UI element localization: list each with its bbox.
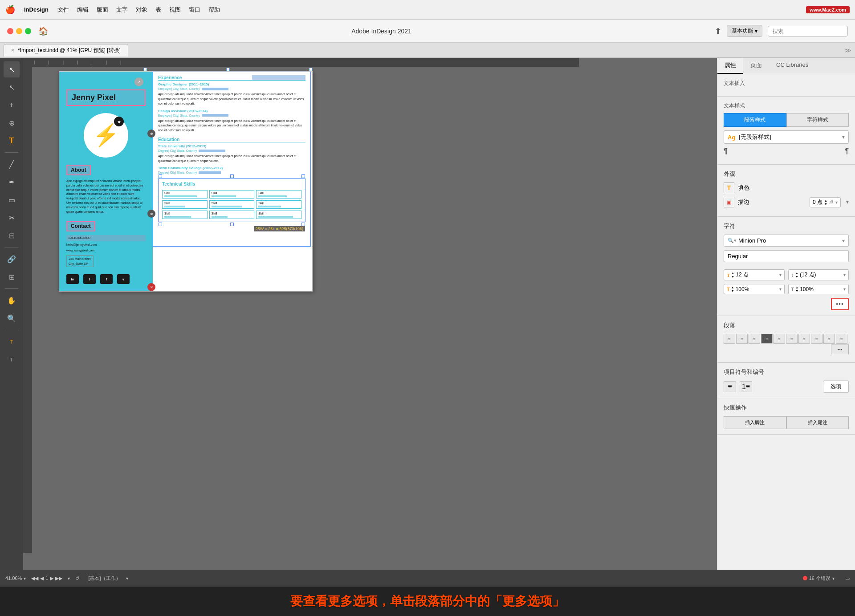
facebook-icon[interactable]: f bbox=[100, 274, 113, 284]
menu-table[interactable]: 表 bbox=[155, 6, 161, 14]
canvas-area[interactable]: | ||| ||| ↗ Jenny Pixel bbox=[23, 58, 717, 570]
links-tool[interactable]: 🔗 bbox=[4, 251, 20, 267]
bullet-list-button[interactable]: ≡ bbox=[724, 381, 736, 392]
share-icon[interactable]: ⬆ bbox=[715, 26, 721, 36]
frame-tool[interactable]: + bbox=[4, 97, 20, 113]
insert-footnote-button[interactable]: 插入脚注 bbox=[724, 416, 786, 429]
menu-file[interactable]: 文件 bbox=[57, 6, 69, 14]
stroke-fill-swap[interactable]: T bbox=[4, 352, 20, 368]
align-toward-spine[interactable]: ≡ bbox=[811, 334, 822, 344]
handle-bc-s[interactable] bbox=[230, 223, 234, 226]
handle-tr[interactable] bbox=[309, 68, 313, 71]
numbered-list-button[interactable]: 1≡ bbox=[740, 381, 752, 392]
align-justify-right[interactable]: ≡ bbox=[786, 334, 798, 344]
search-input[interactable] bbox=[768, 26, 848, 36]
window-close-button[interactable] bbox=[7, 28, 13, 34]
stroke-up[interactable]: ▲ bbox=[824, 199, 827, 202]
last-page-btn[interactable]: ▶▶ bbox=[55, 575, 62, 581]
thread-mid-icon[interactable]: ⊕ bbox=[147, 130, 155, 138]
v-scale-down[interactable]: ▼ bbox=[795, 289, 798, 292]
stroke-dropdown-icon[interactable]: ▾ bbox=[835, 200, 838, 205]
twitter-icon[interactable]: t bbox=[83, 274, 96, 284]
stroke-icon[interactable]: ▣ bbox=[724, 197, 734, 207]
direct-select-tool[interactable]: ↖ bbox=[4, 79, 20, 95]
h-scale-up[interactable]: ▲ bbox=[731, 286, 734, 289]
tab-cc-libraries[interactable]: CC Libraries bbox=[769, 58, 815, 74]
home-icon[interactable]: 🏠 bbox=[38, 26, 48, 36]
stroke-more-arrow[interactable]: ▾ bbox=[846, 199, 849, 205]
font-style-select[interactable]: Regular bbox=[724, 250, 849, 262]
thread-lower-icon[interactable]: ⊕ bbox=[147, 210, 155, 218]
handle-bl-s[interactable] bbox=[159, 223, 162, 226]
mode-dropdown-icon[interactable]: ▾ bbox=[126, 576, 128, 581]
para-style-button[interactable]: 段落样式 bbox=[724, 113, 786, 127]
tab-expand-icon[interactable]: ≫ bbox=[845, 47, 851, 54]
handle-tc[interactable] bbox=[226, 68, 230, 71]
leading-dropdown[interactable]: ▾ bbox=[843, 272, 846, 277]
pen-tool[interactable]: ✒ bbox=[4, 174, 20, 190]
vimeo-icon[interactable]: v bbox=[117, 274, 130, 284]
document-tab[interactable]: × *Import_text.indd @ 41% [GPU 预览] [转换] bbox=[4, 44, 128, 57]
align-justify-all[interactable]: ≡ bbox=[836, 334, 847, 344]
fill-icon[interactable]: T bbox=[724, 182, 734, 193]
leading-up[interactable]: ▲ bbox=[795, 272, 798, 275]
zoom-dropdown-icon[interactable]: ▾ bbox=[24, 576, 26, 581]
menu-edit[interactable]: 编辑 bbox=[77, 6, 89, 14]
window-minimize-button[interactable] bbox=[16, 28, 22, 34]
menu-object[interactable]: 对象 bbox=[136, 6, 147, 14]
handle-tl-s[interactable] bbox=[159, 174, 162, 178]
prev-page-btn[interactable]: ◀ bbox=[40, 575, 44, 581]
h-scale-dropdown[interactable]: ▾ bbox=[779, 287, 782, 292]
align-right[interactable]: ≡ bbox=[749, 334, 760, 344]
para-more-btn[interactable]: ••• bbox=[831, 344, 849, 354]
stroke-value-box[interactable]: 0 点 ▲ ▼ 点 ▾ bbox=[810, 197, 841, 207]
handle-br-s[interactable] bbox=[301, 223, 305, 226]
h-scale-down[interactable]: ▼ bbox=[731, 289, 734, 292]
v-scale-up[interactable]: ▲ bbox=[795, 286, 798, 289]
leading-down[interactable]: ▼ bbox=[795, 275, 798, 278]
font-size-down[interactable]: ▼ bbox=[731, 275, 734, 278]
menu-window[interactable]: 窗口 bbox=[189, 6, 200, 14]
text-tool[interactable]: T bbox=[4, 133, 20, 149]
thread-in-icon[interactable]: ↗ bbox=[134, 77, 143, 86]
font-name-select[interactable]: 🔍 ▾ Minion Pro ▾ bbox=[724, 235, 849, 247]
thread-bottom-icon[interactable]: ✕ bbox=[147, 283, 155, 291]
char-style-button[interactable]: 字符样式 bbox=[786, 113, 849, 127]
paragraph-icon[interactable]: ¶ bbox=[845, 147, 849, 155]
menu-help[interactable]: 帮助 bbox=[208, 6, 220, 14]
workspace-dropdown[interactable]: 基本功能 ▾ bbox=[727, 25, 762, 37]
handle-tl[interactable] bbox=[143, 68, 147, 71]
insert-endnote-button[interactable]: 插入尾注 bbox=[786, 416, 849, 429]
align-justify-center[interactable]: ≡ bbox=[798, 334, 810, 344]
align-justify[interactable]: ≡ bbox=[761, 334, 773, 344]
tab-properties[interactable]: 属性 bbox=[717, 58, 743, 74]
menu-view[interactable]: 视图 bbox=[169, 6, 181, 14]
style-select-dropdown[interactable]: Ag [无段落样式] ▾ bbox=[724, 130, 849, 144]
align-away-spine[interactable]: ≡ bbox=[823, 334, 835, 344]
rotation-icon[interactable]: ↺ bbox=[75, 575, 79, 581]
linkedin-icon[interactable]: in bbox=[66, 274, 79, 284]
scissors-tool[interactable]: ✂ bbox=[4, 210, 20, 226]
tab-close-icon[interactable]: × bbox=[11, 47, 14, 53]
menu-text[interactable]: 文字 bbox=[116, 6, 128, 14]
zoom-tool[interactable]: 🔍 bbox=[4, 310, 20, 326]
select-tool[interactable]: ↖ bbox=[4, 61, 20, 77]
pilcrow-icon[interactable]: ¶ bbox=[724, 147, 728, 155]
page-dropdown-icon[interactable]: ▾ bbox=[68, 576, 70, 581]
table-tool[interactable]: ⊞ bbox=[4, 269, 20, 285]
v-scale-dropdown[interactable]: ▾ bbox=[843, 287, 846, 292]
next-page-btn[interactable]: ▶ bbox=[50, 575, 53, 581]
align-left[interactable]: ≡ bbox=[724, 334, 735, 344]
transform-tool[interactable]: ⊟ bbox=[4, 227, 20, 243]
fill-stroke-icon[interactable]: T bbox=[4, 334, 20, 350]
tab-pages[interactable]: 页面 bbox=[743, 58, 769, 74]
line-tool[interactable]: ╱ bbox=[4, 156, 20, 172]
more-options-button[interactable]: ••• bbox=[831, 298, 849, 310]
handle-tc-s[interactable] bbox=[230, 174, 234, 178]
menu-layout[interactable]: 版面 bbox=[97, 6, 108, 14]
view-controls[interactable]: ▭ bbox=[845, 575, 850, 581]
first-page-btn[interactable]: ◀◀ bbox=[31, 575, 38, 581]
errors-dropdown[interactable]: ▾ bbox=[832, 576, 835, 581]
zoom-create-tool[interactable]: ⊕ bbox=[4, 115, 20, 131]
hand-tool[interactable]: ✋ bbox=[4, 292, 20, 308]
